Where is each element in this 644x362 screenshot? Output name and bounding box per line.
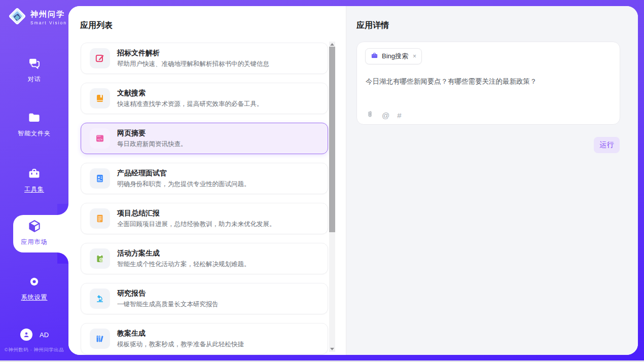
memo-icon: [90, 208, 110, 229]
app-title: 产品经理面试官: [117, 169, 251, 178]
app-list-title: 应用列表: [80, 20, 113, 31]
book-icon: [90, 88, 110, 108]
prompt-card: Bing搜索 × 今日湖北有哪些新闻要点？有哪些需要关注的最新政策？ @ #: [356, 42, 620, 125]
app-card-literature-search[interactable]: 文献搜索 快速精准查找学术资源，提高研究效率的必备工具。: [81, 83, 328, 114]
diamond-logo-icon: [8, 7, 27, 28]
sidebar-item-label: 工具集: [0, 185, 68, 194]
clipboard-check-icon: [90, 248, 110, 269]
sidebar-item-settings[interactable]: 系统设置: [0, 275, 68, 302]
app-title: 文献搜索: [117, 89, 263, 98]
app-list-panel: 应用列表 招标文件解析 帮助用户快速、准确地理解和解析招标书中的关键信息: [68, 6, 346, 355]
scrollbar-up-arrow[interactable]: [330, 43, 334, 46]
sidebar-item-chat[interactable]: 对话: [0, 57, 68, 84]
app-title: 招标文件解析: [117, 49, 269, 58]
sidebar-item-app-market[interactable]: 应用市场: [0, 219, 68, 246]
folder-icon: [27, 111, 41, 125]
app-desc: 智能生成个性化活动方案，轻松解决规划难题。: [117, 260, 251, 269]
app-desc: 帮助用户快速、准确地理解和解析招标书中的关键信息: [117, 60, 269, 68]
cube-icon: [27, 219, 42, 233]
brand-logo: 神州问学 Smart Vision: [8, 7, 67, 28]
sidebar-item-smart-folder[interactable]: 智能文件夹: [0, 111, 68, 138]
app-desc: 明确身份和职责，为您提供专业性的面试问题。: [117, 180, 251, 189]
web-code-icon: </>: [90, 128, 110, 149]
app-title: 教案生成: [117, 329, 244, 338]
app-desc: 每日政府新闻资讯快查。: [117, 140, 187, 149]
run-button[interactable]: 运行: [594, 137, 620, 153]
hash-icon[interactable]: #: [397, 112, 401, 119]
app-desc: 快速精准查找学术资源，提高研究效率的必备工具。: [117, 100, 263, 108]
app-desc: 全面回顾项目进展，总结经验教训，助力未来优化发展。: [117, 220, 276, 229]
app-card-event-plan[interactable]: 活动方案生成 智能生成个性化活动方案，轻松解决规划难题。: [81, 243, 328, 274]
mention-icon[interactable]: @: [382, 112, 389, 119]
microscope-icon: [90, 288, 110, 309]
sidebar: 神州问学 Smart Vision 对话 智能文件夹: [0, 0, 68, 360]
sidebar-item-label: 对话: [0, 75, 68, 84]
list-scrollbar[interactable]: [329, 42, 335, 352]
gear-icon: [27, 275, 41, 288]
sidebar-footer: ©神州数码 · 神州问学出品: [0, 347, 68, 353]
app-card-lesson-plan[interactable]: 教案生成 模板驱动，教案秒成，教学准备从此轻松快捷: [81, 323, 328, 354]
user-account[interactable]: AD: [20, 329, 49, 341]
books-icon: [90, 329, 110, 349]
chat-icon: [27, 57, 41, 70]
active-tab-fillet-top: [57, 204, 68, 215]
avatar-icon: [20, 329, 32, 341]
sidebar-item-toolbox[interactable]: 工具集: [0, 167, 68, 194]
tool-chip-label: Bing搜索: [382, 52, 408, 61]
brand-name: 神州问学: [30, 10, 67, 19]
app-card-web-summary[interactable]: </> 网页摘要 每日政府新闻资讯快查。: [81, 123, 328, 154]
brand-subtitle: Smart Vision: [30, 20, 67, 25]
sidebar-item-label: 应用市场: [0, 238, 68, 246]
app-card-research-report[interactable]: 研究报告 一键智能生成高质量长文本研究报告: [81, 283, 328, 314]
resume-icon: [90, 168, 110, 189]
app-card-project-summary[interactable]: 项目总结汇报 全面回顾项目进展，总结经验教训，助力未来优化发展。: [81, 203, 328, 234]
briefcase-icon: [371, 52, 378, 61]
svg-text:</>: </>: [97, 138, 103, 141]
app-card-pm-interviewer[interactable]: 产品经理面试官 明确身份和职责，为您提供专业性的面试问题。: [81, 163, 328, 194]
user-initials: AD: [40, 331, 49, 339]
app-list: 招标文件解析 帮助用户快速、准确地理解和解析招标书中的关键信息 文献搜索: [81, 43, 328, 355]
app-title: 活动方案生成: [117, 249, 251, 258]
app-title: 网页摘要: [117, 129, 187, 138]
app-frame: 神州问学 Smart Vision 对话 智能文件夹: [0, 0, 644, 360]
toolbox-icon: [27, 167, 41, 180]
query-text[interactable]: 今日湖北有哪些新闻要点？有哪些需要关注的最新政策？: [366, 77, 609, 86]
main-content-card: 应用列表 招标文件解析 帮助用户快速、准确地理解和解析招标书中的关键信息: [68, 6, 638, 355]
app-detail-title: 应用详情: [356, 20, 389, 31]
scrollbar-down-arrow[interactable]: [330, 348, 334, 350]
tool-chip-bing-search[interactable]: Bing搜索 ×: [365, 48, 422, 64]
close-icon[interactable]: ×: [413, 53, 416, 60]
paperclip-icon[interactable]: [366, 110, 374, 121]
edit-document-icon: [90, 48, 110, 68]
attachment-toolbar: @ #: [366, 110, 402, 121]
app-title: 研究报告: [117, 289, 219, 298]
app-desc: 一键智能生成高质量长文本研究报告: [117, 300, 219, 309]
scrollbar-thumb[interactable]: [329, 47, 335, 232]
app-desc: 模板驱动，教案秒成，教学准备从此轻松快捷: [117, 340, 244, 349]
sidebar-item-label: 智能文件夹: [0, 129, 68, 138]
sidebar-item-label: 系统设置: [0, 293, 68, 302]
app-detail-panel: 应用详情 Bing搜索 × 今日湖北有哪些新闻要点？有哪些需要关注的最新政策？: [346, 6, 638, 355]
app-title: 项目总结汇报: [117, 209, 276, 218]
active-tab-fillet-bottom: [57, 252, 68, 264]
app-card-bid-analysis[interactable]: 招标文件解析 帮助用户快速、准确地理解和解析招标书中的关键信息: [81, 43, 328, 74]
